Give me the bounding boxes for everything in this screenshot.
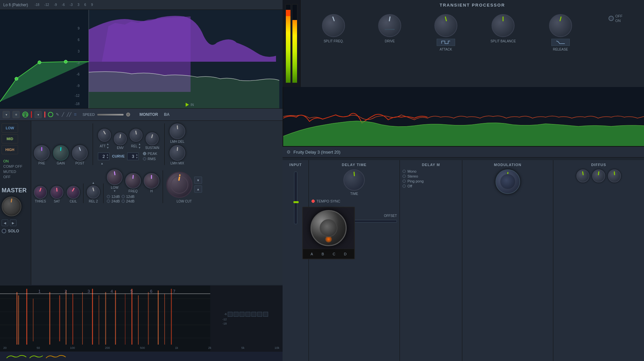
high-24db[interactable]: 24dB	[122, 199, 135, 203]
peak-option[interactable]: PEAK	[143, 152, 157, 156]
svg-rect-34	[138, 295, 139, 345]
attack-wave-btn[interactable]	[437, 39, 455, 46]
lmh-mix-knob[interactable]	[170, 145, 185, 161]
drive-knob[interactable]	[378, 14, 401, 37]
stereo-radio[interactable]	[402, 175, 406, 178]
big-knob[interactable]	[310, 210, 347, 246]
off-on-toggle[interactable]: OFF ON	[609, 14, 623, 23]
modulation-label: MODULATION	[465, 163, 550, 167]
lmh-del-knob[interactable]	[170, 123, 185, 139]
curve-label: CURVE	[112, 154, 125, 158]
pre-knob[interactable]	[34, 145, 50, 161]
equals-btn[interactable]: =	[74, 112, 77, 117]
rms-radio[interactable]	[143, 157, 146, 160]
diff-knob-1[interactable]	[576, 169, 589, 182]
ping-pong-radio[interactable]	[402, 180, 406, 183]
gain-label: GAIN	[57, 161, 65, 165]
sq-5[interactable]	[251, 312, 256, 317]
curve-up[interactable]: ▲	[135, 153, 138, 156]
att-arrows[interactable]: ▲▼	[106, 142, 109, 150]
band-high-btn[interactable]: HIGH	[2, 145, 18, 154]
label-c[interactable]: C	[333, 252, 335, 256]
label-a[interactable]: A	[310, 252, 313, 256]
sq-2[interactable]	[234, 312, 239, 317]
rel-knob[interactable]	[129, 129, 143, 142]
gain-knob[interactable]	[53, 145, 69, 161]
high-24db-radio[interactable]	[122, 200, 125, 203]
sq-7[interactable]	[263, 312, 268, 317]
mode-ping-pong[interactable]: Ping pong	[402, 179, 459, 183]
label-b[interactable]: B	[322, 252, 324, 256]
sat-knob[interactable]	[50, 186, 63, 199]
h-knob[interactable]	[144, 173, 159, 189]
thres-knob[interactable]	[34, 186, 47, 199]
low-cut-up-btn[interactable]: ▲	[194, 185, 202, 193]
low-24db[interactable]: 24dB	[107, 199, 120, 203]
sq-6[interactable]	[257, 312, 262, 317]
mode-mono[interactable]: Mono	[402, 169, 459, 173]
band-low-btn[interactable]: LOW	[2, 123, 18, 133]
snowflake-btn[interactable]: ✳	[12, 111, 20, 118]
split-balance-label: SPLIT BALANCE	[491, 39, 516, 43]
speed-slider[interactable]	[97, 114, 124, 116]
sq-1[interactable]	[228, 312, 233, 317]
speed-knob[interactable]	[126, 113, 130, 117]
low-12db-radio[interactable]	[107, 195, 110, 198]
mono-radio[interactable]	[402, 170, 406, 173]
low-knob[interactable]	[107, 169, 123, 185]
post-knob[interactable]	[72, 145, 88, 161]
prev-btn[interactable]: ◀	[2, 220, 8, 226]
double-slash-btn[interactable]: ╱╱	[67, 112, 71, 117]
peak-radio[interactable]	[143, 152, 146, 155]
next-btn[interactable]: ▶	[10, 220, 16, 226]
release-wave-btn[interactable]	[551, 39, 570, 46]
rms-option[interactable]: RMS	[143, 157, 157, 161]
slash-btn[interactable]: ╱	[62, 112, 64, 117]
pencil-btn[interactable]: ✎	[56, 112, 59, 117]
mode-off[interactable]: Off	[402, 184, 459, 188]
split-balance-knob[interactable]	[492, 14, 515, 37]
band-mid-btn[interactable]: MID	[2, 134, 18, 143]
time-knob[interactable]	[343, 169, 365, 191]
diff-knob-3[interactable]	[608, 169, 621, 182]
label-d[interactable]: D	[344, 252, 347, 256]
low-cut-knob[interactable]	[166, 172, 193, 198]
curve-down[interactable]: ▼	[135, 156, 138, 159]
dropdown2-btn[interactable]: ▾	[34, 111, 42, 118]
input-slider[interactable]	[294, 172, 297, 224]
dropdown-btn[interactable]: ▾	[3, 111, 10, 118]
off-on-circle[interactable]	[609, 16, 614, 21]
master-knob[interactable]	[2, 197, 21, 216]
high-12db[interactable]: 12dB	[122, 195, 135, 199]
high-12db-radio[interactable]	[122, 195, 125, 198]
sq-4[interactable]	[245, 312, 250, 317]
att-up[interactable]: ▲	[106, 153, 109, 156]
ceil-knob[interactable]	[67, 186, 80, 199]
env-knob[interactable]	[114, 132, 127, 145]
att-down[interactable]: ▼	[106, 156, 109, 159]
low-cut-down-btn[interactable]: ▼	[194, 177, 202, 184]
release-knob[interactable]	[549, 14, 572, 37]
att-knob[interactable]	[98, 129, 111, 142]
play-button[interactable]	[186, 103, 189, 107]
split-freq-knob[interactable]	[322, 14, 345, 37]
rel2-knob[interactable]	[87, 185, 100, 199]
rms-label: RMS	[148, 157, 155, 161]
sq-3[interactable]	[240, 312, 244, 317]
low-arrows[interactable]: ▼	[113, 189, 116, 193]
off-radio[interactable]	[402, 184, 406, 188]
record-btn[interactable]	[48, 112, 53, 117]
attack-knob[interactable]	[434, 14, 457, 37]
rel-arrows[interactable]: ▲▼	[138, 142, 141, 150]
mod-knob[interactable]	[495, 169, 520, 194]
tempo-sync-row[interactable]: TEMPO SYNC	[311, 199, 397, 203]
freq-knob[interactable]	[125, 173, 141, 189]
tempo-sync-radio[interactable]	[311, 200, 315, 203]
sustain-knob[interactable]	[146, 132, 159, 145]
low-12db[interactable]: 12dB	[107, 195, 120, 199]
low-24db-radio[interactable]	[107, 200, 110, 203]
diff-knob-2[interactable]	[592, 169, 605, 182]
headphone-btn[interactable]	[22, 112, 28, 117]
mode-stereo[interactable]: Stereo	[402, 174, 459, 178]
db-scale: -18 -12 -9 -6 -3 3 6 9	[34, 3, 93, 7]
